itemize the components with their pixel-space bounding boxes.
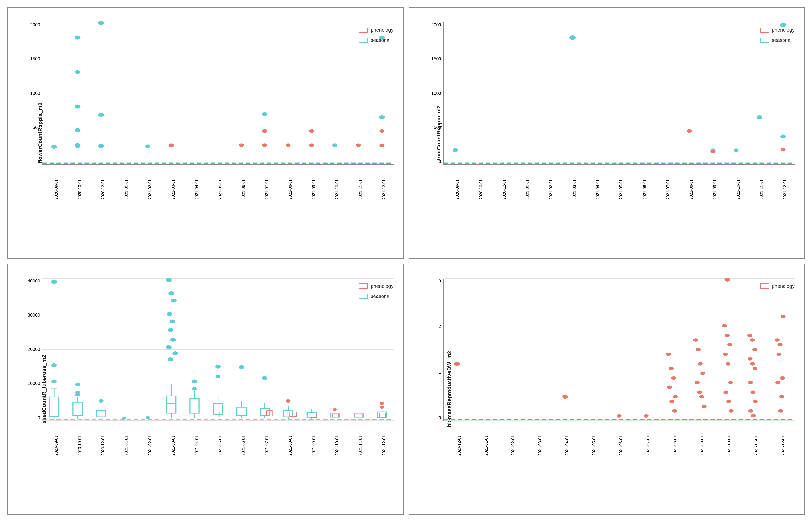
plot-area-biomass: 0 1 2 3 <box>443 279 795 421</box>
svg-point-40 <box>780 148 786 151</box>
y-tick: 0 <box>422 415 441 421</box>
y-tick: 2000 <box>422 22 441 27</box>
svg-point-70 <box>166 345 172 349</box>
svg-point-127 <box>669 400 674 403</box>
x-label: 2021-05-01 <box>619 179 623 199</box>
x-label: 2021-12-01 <box>382 436 386 456</box>
svg-point-124 <box>671 376 676 380</box>
svg-point-72 <box>168 357 173 361</box>
x-label: 2021-09-01 <box>712 179 717 199</box>
svg-point-147 <box>747 334 752 337</box>
scatter-svg-biomass <box>444 279 795 421</box>
x-label: 2021-02-01 <box>511 436 515 456</box>
x-label: 2021-06-01 <box>619 436 623 456</box>
svg-point-126 <box>673 395 678 398</box>
svg-point-115 <box>380 405 384 408</box>
svg-rect-109 <box>332 414 339 417</box>
svg-point-155 <box>753 400 758 403</box>
svg-point-34 <box>687 129 692 133</box>
y-tick: 500 <box>20 125 40 130</box>
svg-point-18 <box>262 129 267 133</box>
svg-point-153 <box>748 381 753 384</box>
svg-point-142 <box>725 362 730 365</box>
plot-area-seed: 0 10000 20000 30000 40000 <box>42 279 394 421</box>
x-label: 2020-10-01 <box>78 179 82 199</box>
x-label: 2020-09-01 <box>455 179 460 199</box>
x-axis-flower: 2020-09-01 2020-10-01 2020-12-01 2021-01… <box>42 188 394 194</box>
y-tick: 1000 <box>422 91 441 96</box>
svg-point-152 <box>752 366 757 370</box>
y-tick: 1000 <box>20 91 40 96</box>
svg-rect-57 <box>97 411 106 417</box>
x-label: 2020-10-01 <box>479 179 483 199</box>
svg-point-44 <box>51 279 57 284</box>
x-label: 2021-08-01 <box>689 179 694 199</box>
x-label: 2020-12-01 <box>101 179 105 199</box>
svg-point-163 <box>780 315 786 318</box>
svg-point-103 <box>286 399 291 403</box>
svg-point-78 <box>192 379 197 383</box>
svg-point-7 <box>75 128 81 133</box>
svg-text:+: + <box>171 277 175 283</box>
svg-point-5 <box>75 70 81 74</box>
svg-point-133 <box>695 381 700 384</box>
plot-area-flower: 0 500 1000 1500 2000 <box>42 22 394 165</box>
svg-point-140 <box>727 343 732 346</box>
svg-point-85 <box>215 375 221 378</box>
x-label: 2021-03-01 <box>171 436 175 456</box>
x-label: 2020-09-01 <box>54 436 59 456</box>
chart-biomass: biomassReproductiveDW_m2 phenology 0 1 2… <box>409 264 805 515</box>
plot-area-fruit: 0 500 1000 1500 2000 <box>443 22 795 165</box>
svg-point-128 <box>672 409 677 413</box>
svg-point-122 <box>666 352 671 356</box>
svg-rect-91 <box>237 407 246 416</box>
svg-point-110 <box>333 408 337 411</box>
svg-point-45 <box>51 363 57 367</box>
svg-point-29 <box>379 144 384 147</box>
x-label: 2021-08-01 <box>288 436 293 456</box>
svg-point-66 <box>167 312 172 316</box>
x-label: 2021-12-01 <box>781 436 786 456</box>
svg-point-10 <box>98 21 104 25</box>
x-label: 2021-05-01 <box>218 179 223 199</box>
svg-point-32 <box>452 148 458 152</box>
svg-point-68 <box>168 328 173 332</box>
svg-point-64 <box>168 291 174 295</box>
svg-point-6 <box>75 105 81 108</box>
x-label: 2021-08-01 <box>288 179 293 199</box>
svg-point-161 <box>775 381 780 384</box>
svg-point-69 <box>170 338 176 342</box>
scatter-svg-flower <box>42 22 394 164</box>
svg-rect-114 <box>379 413 386 417</box>
x-label: 2021-11-01 <box>358 436 363 456</box>
svg-rect-95 <box>260 408 269 416</box>
svg-point-51 <box>75 383 80 386</box>
x-label: 2021-02-01 <box>148 436 152 456</box>
svg-point-137 <box>724 278 730 282</box>
x-label: 2020-10-01 <box>78 436 82 456</box>
x-label: 2021-01-01 <box>484 436 488 456</box>
chart-seed: seedCountR_tuberosa_m2 phenology seasona… <box>7 264 404 515</box>
chart-flower: flowerCountRuppia_m2 phenology seasonal … <box>7 7 404 259</box>
svg-point-150 <box>747 357 752 360</box>
svg-point-132 <box>700 372 705 375</box>
x-label: 2021-10-01 <box>335 179 339 199</box>
svg-point-165 <box>779 395 784 398</box>
x-label: 2021-07-01 <box>265 436 269 456</box>
svg-point-13 <box>145 144 150 148</box>
y-ticks-biomass: 0 1 2 3 <box>422 279 441 421</box>
y-tick: 1500 <box>20 57 40 62</box>
svg-point-125 <box>667 385 672 389</box>
x-label: 2021-02-01 <box>549 179 553 199</box>
y-tick: 20000 <box>20 347 40 352</box>
y-tick: 1500 <box>422 57 441 62</box>
svg-point-136 <box>702 405 706 408</box>
svg-point-67 <box>169 319 175 323</box>
x-label: 2021-10-01 <box>736 179 741 199</box>
svg-rect-47 <box>49 397 59 417</box>
chart-fruit: fruitCountRuppia_m2 phenology seasonal 0… <box>409 7 805 259</box>
x-label: 2021-12-01 <box>382 179 386 199</box>
x-label: 2021-05-01 <box>592 436 597 456</box>
svg-rect-86 <box>213 403 223 415</box>
x-label: 2021-04-01 <box>565 436 569 456</box>
